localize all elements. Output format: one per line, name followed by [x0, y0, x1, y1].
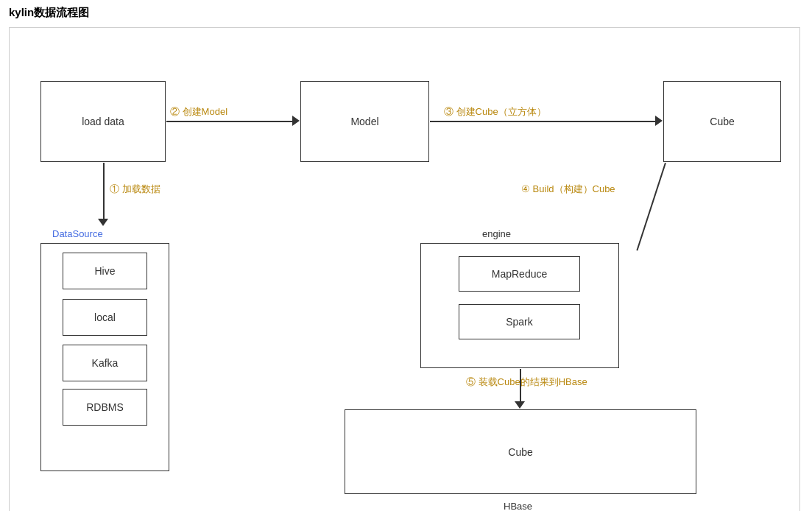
load-data-box: load data [40, 81, 166, 162]
mapreduce-box: MapReduce [459, 256, 580, 292]
cube-bottom-box: Cube [345, 409, 696, 494]
step1-label: ① 加载数据 [110, 183, 160, 196]
step2-label: ② 创建Model [170, 105, 227, 119]
step3-arrow-head [655, 116, 663, 126]
page-title: kylin数据流程图 [9, 6, 803, 20]
rdbms-box: RDBMS [63, 389, 147, 426]
diagram-container: load data ② 创建Model Model ③ 创建Cube（立方体） … [9, 27, 800, 511]
step5-label: ⑤ 装载Cube的结果到HBase [466, 376, 587, 389]
step1-arrow-head [98, 219, 108, 226]
cube-bottom-label: Cube [508, 446, 532, 458]
cube-top-label: Cube [710, 116, 734, 127]
spark-label: Spark [506, 316, 533, 328]
step3-arrow-line [430, 121, 658, 122]
step5-arrow-line [520, 369, 521, 404]
local-label: local [94, 311, 116, 323]
page-container: kylin数据流程图 load data ② 创建Model Model ③ 创… [0, 0, 812, 511]
step4-label: ④ Build（构建）Cube [521, 183, 615, 196]
hive-box: Hive [63, 253, 147, 289]
step5-arrow-head [515, 401, 525, 409]
step4-arrow-line [636, 163, 666, 251]
local-box: local [63, 299, 147, 336]
model-box: Model [300, 81, 429, 162]
step2-arrow-line [166, 121, 295, 122]
model-label: Model [350, 116, 378, 127]
spark-box: Spark [459, 304, 580, 339]
mapreduce-label: MapReduce [492, 268, 548, 280]
rdbms-label: RDBMS [86, 401, 124, 413]
step1-arrow-line [103, 163, 105, 222]
cube-top-box: Cube [663, 81, 781, 162]
engine-label: engine [482, 228, 511, 239]
hbase-label: HBase [504, 501, 532, 511]
step3-label: ③ 创建Cube（立方体） [444, 105, 546, 119]
hive-label: Hive [94, 265, 115, 277]
step2-arrow-head [292, 116, 300, 126]
kafka-box: Kafka [63, 345, 147, 381]
datasource-label: DataSource [52, 228, 103, 239]
load-data-label: load data [82, 116, 124, 127]
kafka-label: Kafka [92, 357, 119, 369]
